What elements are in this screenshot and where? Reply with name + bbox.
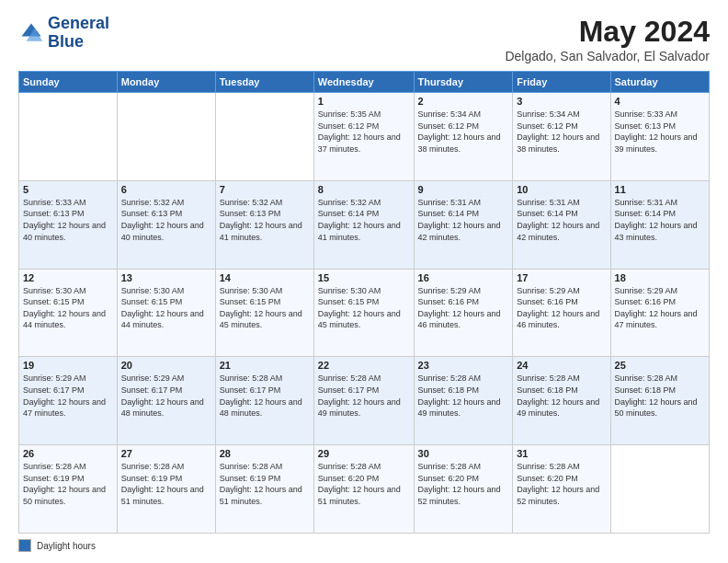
day-number: 9 [418,184,509,195]
day-number: 22 [318,360,410,371]
day-number: 19 [23,360,113,371]
logo-line1: General [48,15,109,33]
logo: General Blue [18,15,109,52]
day-cell: 28Sunrise: 5:28 AM Sunset: 6:19 PM Dayli… [215,445,313,534]
legend-box [18,539,31,552]
day-number: 29 [318,448,410,459]
day-cell: 13Sunrise: 5:30 AM Sunset: 6:15 PM Dayli… [117,269,215,357]
day-info: Sunrise: 5:32 AM Sunset: 6:13 PM Dayligh… [121,197,211,243]
day-number: 5 [23,184,113,195]
day-number: 1 [318,96,410,107]
day-cell: 30Sunrise: 5:28 AM Sunset: 6:20 PM Dayli… [414,445,513,534]
day-cell: 2Sunrise: 5:34 AM Sunset: 6:12 PM Daylig… [414,93,513,181]
day-cell: 22Sunrise: 5:28 AM Sunset: 6:17 PM Dayli… [313,357,414,445]
logo-text: General Blue [48,15,109,52]
footer: Daylight hours [18,539,710,552]
day-info: Sunrise: 5:33 AM Sunset: 6:13 PM Dayligh… [615,109,705,155]
day-info: Sunrise: 5:35 AM Sunset: 6:12 PM Dayligh… [318,109,410,155]
day-cell [19,93,118,181]
day-info: Sunrise: 5:28 AM Sunset: 6:19 PM Dayligh… [220,461,310,507]
legend-label: Daylight hours [37,541,96,551]
day-info: Sunrise: 5:32 AM Sunset: 6:13 PM Dayligh… [220,197,310,243]
day-number: 13 [121,272,211,283]
week-row-3: 19Sunrise: 5:29 AM Sunset: 6:17 PM Dayli… [19,357,710,445]
header-cell-sunday: Sunday [19,72,118,93]
day-info: Sunrise: 5:34 AM Sunset: 6:12 PM Dayligh… [418,109,509,155]
day-cell: 23Sunrise: 5:28 AM Sunset: 6:18 PM Dayli… [414,357,513,445]
day-number: 10 [517,184,606,195]
day-info: Sunrise: 5:29 AM Sunset: 6:17 PM Dayligh… [121,373,211,419]
day-number: 30 [418,448,509,459]
day-number: 18 [615,272,705,283]
day-cell: 27Sunrise: 5:28 AM Sunset: 6:19 PM Dayli… [117,445,215,534]
day-info: Sunrise: 5:28 AM Sunset: 6:20 PM Dayligh… [318,461,410,507]
day-info: Sunrise: 5:28 AM Sunset: 6:20 PM Dayligh… [418,461,509,507]
day-info: Sunrise: 5:29 AM Sunset: 6:16 PM Dayligh… [418,285,509,331]
day-number: 16 [418,272,509,283]
day-cell: 16Sunrise: 5:29 AM Sunset: 6:16 PM Dayli… [414,269,513,357]
day-number: 7 [220,184,310,195]
day-info: Sunrise: 5:29 AM Sunset: 6:17 PM Dayligh… [23,373,113,419]
day-cell: 24Sunrise: 5:28 AM Sunset: 6:18 PM Dayli… [513,357,610,445]
calendar-body: 1Sunrise: 5:35 AM Sunset: 6:12 PM Daylig… [19,93,710,534]
day-cell [610,445,709,534]
day-info: Sunrise: 5:30 AM Sunset: 6:15 PM Dayligh… [23,285,113,331]
day-info: Sunrise: 5:29 AM Sunset: 6:16 PM Dayligh… [517,285,606,331]
calendar-table: SundayMondayTuesdayWednesdayThursdayFrid… [18,71,710,534]
day-number: 21 [220,360,310,371]
header-cell-monday: Monday [117,72,215,93]
day-cell: 10Sunrise: 5:31 AM Sunset: 6:14 PM Dayli… [513,180,610,269]
day-info: Sunrise: 5:30 AM Sunset: 6:15 PM Dayligh… [220,285,310,331]
day-number: 11 [615,184,705,195]
day-cell: 1Sunrise: 5:35 AM Sunset: 6:12 PM Daylig… [313,93,414,181]
day-info: Sunrise: 5:28 AM Sunset: 6:20 PM Dayligh… [517,461,606,507]
day-cell: 31Sunrise: 5:28 AM Sunset: 6:20 PM Dayli… [513,445,610,534]
day-number: 27 [121,448,211,459]
day-info: Sunrise: 5:30 AM Sunset: 6:15 PM Dayligh… [318,285,410,331]
day-info: Sunrise: 5:32 AM Sunset: 6:14 PM Dayligh… [318,197,410,243]
day-cell: 7Sunrise: 5:32 AM Sunset: 6:13 PM Daylig… [215,180,313,269]
day-cell: 6Sunrise: 5:32 AM Sunset: 6:13 PM Daylig… [117,180,215,269]
day-info: Sunrise: 5:28 AM Sunset: 6:17 PM Dayligh… [220,373,310,419]
day-info: Sunrise: 5:31 AM Sunset: 6:14 PM Dayligh… [418,197,509,243]
week-row-1: 5Sunrise: 5:33 AM Sunset: 6:13 PM Daylig… [19,180,710,269]
day-cell: 9Sunrise: 5:31 AM Sunset: 6:14 PM Daylig… [414,180,513,269]
day-cell: 12Sunrise: 5:30 AM Sunset: 6:15 PM Dayli… [19,269,118,357]
day-number: 17 [517,272,606,283]
day-number: 24 [517,360,606,371]
logo-line2: Blue [48,33,109,52]
week-row-2: 12Sunrise: 5:30 AM Sunset: 6:15 PM Dayli… [19,269,710,357]
day-info: Sunrise: 5:33 AM Sunset: 6:13 PM Dayligh… [23,197,113,243]
day-cell: 4Sunrise: 5:33 AM Sunset: 6:13 PM Daylig… [610,93,709,181]
day-cell [215,93,313,181]
day-number: 26 [23,448,113,459]
day-number: 23 [418,360,509,371]
day-cell: 21Sunrise: 5:28 AM Sunset: 6:17 PM Dayli… [215,357,313,445]
day-info: Sunrise: 5:28 AM Sunset: 6:19 PM Dayligh… [121,461,211,507]
day-number: 28 [220,448,310,459]
day-cell: 3Sunrise: 5:34 AM Sunset: 6:12 PM Daylig… [513,93,610,181]
day-cell: 15Sunrise: 5:30 AM Sunset: 6:15 PM Dayli… [313,269,414,357]
day-cell: 14Sunrise: 5:30 AM Sunset: 6:15 PM Dayli… [215,269,313,357]
month-title: May 2024 [505,15,710,49]
header: General Blue May 2024 Delgado, San Salva… [18,15,710,63]
header-row: SundayMondayTuesdayWednesdayThursdayFrid… [19,72,710,93]
day-number: 2 [418,96,509,107]
location: Delgado, San Salvador, El Salvador [505,49,710,63]
header-cell-wednesday: Wednesday [313,72,414,93]
title-block: May 2024 Delgado, San Salvador, El Salva… [505,15,710,63]
day-info: Sunrise: 5:30 AM Sunset: 6:15 PM Dayligh… [121,285,211,331]
day-number: 6 [121,184,211,195]
day-info: Sunrise: 5:28 AM Sunset: 6:18 PM Dayligh… [418,373,509,419]
day-number: 4 [615,96,705,107]
day-cell: 20Sunrise: 5:29 AM Sunset: 6:17 PM Dayli… [117,357,215,445]
day-number: 31 [517,448,606,459]
day-info: Sunrise: 5:28 AM Sunset: 6:19 PM Dayligh… [23,461,113,507]
day-number: 8 [318,184,410,195]
day-info: Sunrise: 5:31 AM Sunset: 6:14 PM Dayligh… [517,197,606,243]
day-number: 12 [23,272,113,283]
day-cell: 18Sunrise: 5:29 AM Sunset: 6:16 PM Dayli… [610,269,709,357]
day-info: Sunrise: 5:34 AM Sunset: 6:12 PM Dayligh… [517,109,606,155]
day-info: Sunrise: 5:31 AM Sunset: 6:14 PM Dayligh… [615,197,705,243]
day-cell: 29Sunrise: 5:28 AM Sunset: 6:20 PM Dayli… [313,445,414,534]
